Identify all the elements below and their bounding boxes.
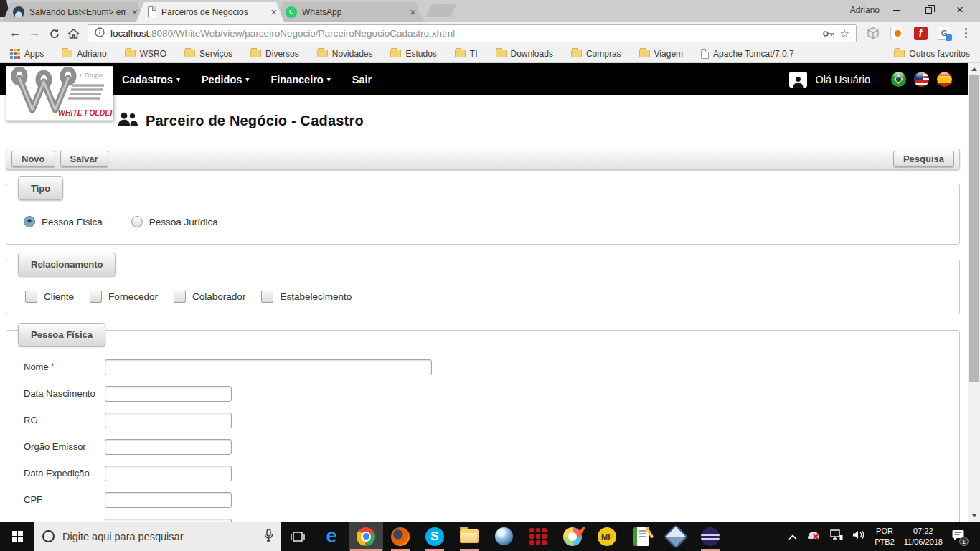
taskbar-firefox[interactable] <box>383 522 418 551</box>
orgao-emissor-input[interactable] <box>105 439 232 455</box>
bookmark-apps[interactable]: Apps <box>10 49 44 59</box>
clock[interactable]: 07:22 11/06/2018 <box>904 526 943 547</box>
fieldset-pessoa-fisica-legend[interactable]: Pessoa Física <box>18 323 105 347</box>
onetab-extension-icon[interactable] <box>889 25 905 41</box>
flag-usa-icon[interactable] <box>914 72 929 87</box>
radio-pessoa-juridica[interactable]: Pessoa Jurídica <box>131 216 218 227</box>
flash-extension-icon[interactable]: f <box>913 25 928 41</box>
scrollbar-up-arrow[interactable] <box>968 63 980 75</box>
bookmark-star-icon[interactable]: ☆ <box>840 28 849 39</box>
scrollbar-down-arrow[interactable] <box>968 509 980 522</box>
bookmark-folder[interactable]: Compras <box>571 49 621 59</box>
taskbar-browser-globe[interactable] <box>486 522 521 551</box>
bookmark-folder[interactable]: TI <box>455 49 478 59</box>
salvar-button[interactable]: Salvar <box>60 151 108 167</box>
checkbox-cliente[interactable]: Cliente <box>25 291 74 303</box>
data-expedicao-input[interactable] <box>105 466 232 481</box>
microphone-icon[interactable] <box>264 529 273 545</box>
task-view-button[interactable] <box>281 522 314 551</box>
nav-cadastros[interactable]: Cadastros▾ <box>122 74 180 85</box>
tab-salvando-list-enum[interactable]: Salvando List<Enum> em × <box>3 2 145 22</box>
bookmark-folder[interactable]: Viagem <box>639 49 683 59</box>
start-button[interactable] <box>0 522 34 551</box>
key-icon[interactable] <box>823 28 834 39</box>
back-icon[interactable]: ← <box>6 26 25 40</box>
bookmark-folder[interactable]: Serviços <box>184 49 232 59</box>
taskbar-search[interactable] <box>34 522 281 551</box>
address-bar[interactable]: localhost:8080/WhiteWeb/view/parceiroNeg… <box>88 24 857 42</box>
taskbar-virtualbox[interactable] <box>659 522 693 551</box>
reload-icon[interactable] <box>44 26 64 40</box>
taskbar-file-explorer[interactable] <box>452 522 486 551</box>
bookmark-folder[interactable]: Novidades <box>317 49 373 59</box>
minimize-button[interactable] <box>881 0 913 20</box>
nav-financeiro[interactable]: Financeiro▾ <box>270 74 330 85</box>
close-icon[interactable]: × <box>410 6 416 17</box>
chrome-profile-name[interactable]: Adriano <box>850 5 880 15</box>
url-text[interactable]: localhost:8080/WhiteWeb/view/parceiroNeg… <box>110 28 817 39</box>
taskbar-chrome[interactable] <box>349 522 383 551</box>
rg-input[interactable] <box>105 413 232 428</box>
radio-selected-icon[interactable] <box>24 216 35 227</box>
taskbar-edge[interactable]: e <box>314 522 349 551</box>
novo-button[interactable]: Novo <box>11 151 55 167</box>
bookmark-outros-favoritos[interactable]: Outros favoritos <box>894 49 970 59</box>
bookmark-folder[interactable]: Estudos <box>390 49 436 59</box>
tab-whatsapp[interactable]: WhatsApp × <box>275 2 423 22</box>
checkbox-estabelecimento[interactable]: Estabelecimento <box>261 291 352 303</box>
taskbar-paint[interactable] <box>555 522 590 551</box>
flag-brazil-icon[interactable] <box>891 72 906 87</box>
info-icon[interactable] <box>95 27 105 39</box>
search-input[interactable] <box>62 531 256 542</box>
windows-taskbar: e S MF POR PTB2 <box>0 522 980 551</box>
globe-icon <box>495 527 513 545</box>
page-scrollbar[interactable] <box>968 63 980 522</box>
taskbar-notes-app[interactable] <box>624 522 659 551</box>
bookmark-folder[interactable]: Downloads <box>496 49 553 59</box>
bookmark-apache-tomcat[interactable]: Apache Tomcat/7.0.7 <box>701 49 794 59</box>
cube-extension-icon[interactable] <box>865 25 881 41</box>
volume-icon[interactable] <box>852 529 865 543</box>
language-indicator[interactable]: POR PTB2 <box>875 526 895 547</box>
restore-button[interactable] <box>913 0 944 20</box>
bookmark-folder[interactable]: WSRO <box>125 49 166 59</box>
network-icon[interactable] <box>830 529 843 543</box>
fieldset-relacionamento-legend[interactable]: Relacionamento <box>18 253 116 276</box>
bookmark-folder[interactable]: Adriano <box>62 49 106 59</box>
new-tab-button[interactable] <box>425 4 456 17</box>
checkbox-fornecedor[interactable]: Fornecedor <box>90 291 158 303</box>
flag-spain-icon[interactable] <box>937 72 952 87</box>
home-icon[interactable] <box>64 26 83 40</box>
checkbox-icon[interactable] <box>90 291 102 303</box>
nome-input[interactable] <box>105 359 432 375</box>
translate-extension-icon[interactable]: G <box>936 25 952 41</box>
data-nascimento-input[interactable] <box>105 386 232 402</box>
checkbox-icon[interactable] <box>25 291 37 303</box>
close-icon[interactable]: × <box>270 6 277 17</box>
tray-chevron-up-icon[interactable] <box>788 530 797 543</box>
tab-parceiros-de-negocios[interactable]: Parceiros de Negócios × <box>136 2 284 22</box>
window-close-button[interactable]: × <box>944 0 976 20</box>
fieldset-tipo-legend[interactable]: Tipo <box>18 176 63 200</box>
close-icon[interactable]: × <box>131 6 138 17</box>
checkbox-colaborador[interactable]: Colaborador <box>174 291 245 303</box>
nav-pedidos[interactable]: Pedidos▾ <box>202 74 249 85</box>
taskbar-skype[interactable]: S <box>418 522 452 551</box>
taskbar-red-grid-app[interactable] <box>521 522 555 551</box>
cortana-icon[interactable] <box>42 530 55 542</box>
checkbox-icon[interactable] <box>174 291 186 303</box>
chrome-menu-icon[interactable] <box>960 28 971 38</box>
nav-sair[interactable]: Sair <box>352 74 372 85</box>
cpf-input[interactable] <box>105 492 232 508</box>
pesquisa-button[interactable]: Pesquisa <box>893 151 954 167</box>
taskbar-eclipse[interactable] <box>693 522 727 551</box>
bookmark-folder[interactable]: Diversos <box>250 49 299 59</box>
checkbox-icon[interactable] <box>261 291 273 303</box>
device-error-icon[interactable] <box>806 529 821 544</box>
radio-unselected-icon[interactable] <box>131 216 143 227</box>
action-center-button[interactable]: 1 <box>952 529 964 543</box>
scrollbar-thumb[interactable] <box>969 75 979 382</box>
folder-icon <box>639 50 650 57</box>
taskbar-mf-app[interactable]: MF <box>590 522 624 551</box>
radio-pessoa-fisica[interactable]: Pessoa Física <box>24 216 103 227</box>
